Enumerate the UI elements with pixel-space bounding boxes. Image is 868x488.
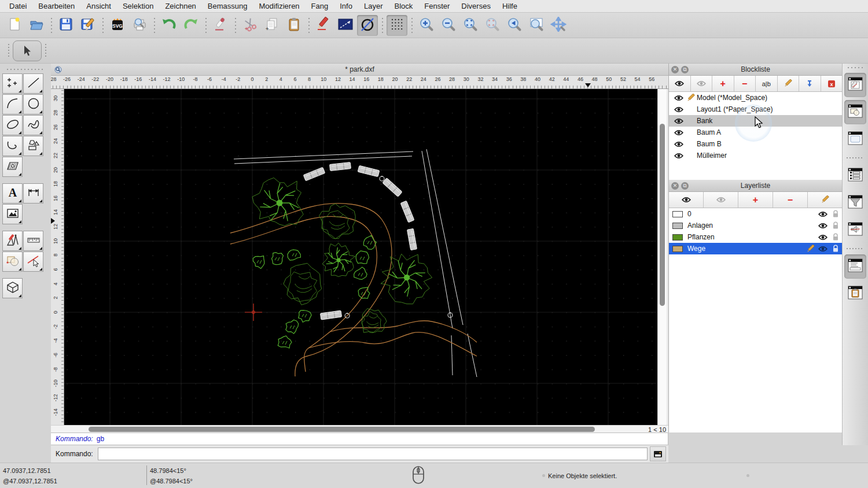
pen-attributes-button[interactable] [313, 15, 334, 36]
undock-icon[interactable]: ⧉ [681, 182, 689, 190]
window-menu-icon[interactable] [54, 66, 62, 73]
edit-block-button[interactable] [778, 76, 800, 91]
layer-color-swatch[interactable] [672, 234, 683, 241]
layer-row-pflanzen[interactable]: Pflanzen [669, 231, 842, 243]
block-row-baum[interactable]: Baum A [669, 127, 842, 138]
close-icon[interactable]: ✕ [671, 66, 679, 73]
zoom-in-button[interactable] [416, 15, 437, 36]
command-toggle-button[interactable] [650, 446, 666, 461]
visibility-eye-icon[interactable] [674, 118, 684, 124]
layer-visibility-icon[interactable] [816, 234, 829, 241]
layer-row-0[interactable]: 0 [669, 208, 842, 220]
image-tool-button[interactable] [2, 204, 23, 224]
line-tool-button[interactable] [23, 73, 43, 94]
remove-block-button[interactable]: − [734, 76, 756, 91]
layer-lock-icon[interactable] [829, 245, 842, 253]
polygon-tool-button[interactable] [23, 136, 43, 156]
block-row-baum[interactable]: Baum B [669, 138, 842, 150]
drawing-window-titlebar[interactable]: * park.dxf [51, 64, 668, 76]
layer-visibility-icon[interactable] [816, 246, 829, 252]
layer-color-swatch[interactable] [672, 223, 683, 229]
menu-item-ansicht[interactable]: Ansicht [80, 0, 117, 13]
layer-color-swatch[interactable] [672, 211, 683, 217]
drawing-tools-tool-button[interactable] [2, 231, 23, 251]
menu-item-datei[interactable]: Datei [3, 0, 32, 13]
zoom-auto-button[interactable] [460, 15, 481, 36]
points-tool-button[interactable] [2, 73, 23, 94]
arc-tool-button[interactable] [2, 94, 23, 114]
spline-tool-button[interactable] [23, 115, 43, 135]
menu-item-diverses[interactable]: Diverses [455, 0, 496, 13]
layer-visibility-icon[interactable] [816, 223, 829, 229]
clipboard-window-dock-button[interactable] [844, 282, 866, 306]
hatch-tool-button[interactable] [2, 157, 23, 177]
visibility-eye-icon[interactable] [674, 95, 684, 101]
zoom-pan-button[interactable] [548, 15, 569, 36]
remove-layer-button[interactable]: − [773, 192, 808, 208]
block-row-mülleimer[interactable]: Mülleimer [669, 150, 842, 161]
filter-window-dock-button[interactable] [844, 191, 866, 215]
blank-window-dock-button[interactable] [844, 127, 866, 151]
draft-mode-button[interactable] [357, 15, 378, 36]
show-layer-button[interactable] [669, 192, 704, 208]
visibility-eye-icon[interactable] [674, 130, 684, 136]
redo-button[interactable] [181, 15, 201, 36]
zoom-out-button[interactable] [438, 15, 459, 36]
iso-box-tool-button[interactable] [2, 278, 23, 298]
menu-item-modifizieren[interactable]: Modifizieren [253, 0, 306, 13]
add-layer-button[interactable]: + [738, 192, 773, 208]
hide-layer-button[interactable] [704, 192, 738, 208]
menu-item-info[interactable]: Info [334, 0, 358, 13]
layer-lock-icon[interactable] [829, 233, 842, 241]
modify-attributes-tool-button[interactable] [23, 252, 43, 272]
visibility-eye-icon[interactable] [674, 106, 684, 113]
vertical-scrollbar-thumb[interactable] [660, 124, 665, 306]
zoom-window-button[interactable] [526, 15, 547, 36]
layer-row-wege[interactable]: Wege [669, 243, 842, 254]
delete-block-button[interactable]: x [821, 76, 843, 91]
horizontal-scrollbar-thumb[interactable] [89, 427, 595, 432]
copy-button[interactable]: + [262, 15, 282, 36]
new-document-button[interactable] [4, 15, 25, 36]
menu-item-bemassung[interactable]: Bemassung [202, 0, 253, 13]
layer-visibility-icon[interactable] [816, 211, 829, 217]
menu-item-selektion[interactable]: Selektion [117, 0, 159, 13]
insert-block-button[interactable] [799, 76, 821, 91]
selection-window-button[interactable] [335, 15, 356, 36]
save-button[interactable] [56, 15, 76, 36]
menu-item-fang[interactable]: Fang [306, 0, 334, 13]
open-file-button[interactable] [26, 15, 47, 36]
layer-lock-icon[interactable] [829, 221, 842, 230]
circle-tool-button[interactable] [23, 94, 43, 114]
block-row-model[interactable]: Model (*Model_Space) [669, 92, 842, 103]
zoom-selection-button[interactable] [482, 15, 503, 36]
layer-row-anlagen[interactable]: Anlagen [669, 220, 842, 231]
rename-block-button[interactable]: a|b [756, 76, 778, 91]
audio-window-dock-button[interactable] [844, 218, 866, 242]
list-window-dock-button[interactable] [844, 164, 866, 188]
block-row-bank[interactable]: Bank [669, 115, 842, 127]
zoom-previous-button[interactable] [504, 15, 525, 36]
grid-toggle-button[interactable] [387, 15, 407, 36]
paste-button[interactable] [284, 15, 304, 36]
command-window-dock-button[interactable] [844, 254, 866, 279]
polyline-tool-button[interactable] [2, 136, 23, 156]
shapes-window-dock-button[interactable] [844, 100, 866, 124]
print-preview-button[interactable] [129, 15, 150, 36]
block-row-layout1[interactable]: Layout1 (*Paper_Space) [669, 103, 842, 115]
pen-window-dock-button[interactable] [844, 73, 866, 97]
selection-pointer-button[interactable] [13, 40, 42, 61]
layer-color-swatch[interactable] [672, 246, 683, 252]
drawing-canvas[interactable] [64, 89, 657, 425]
text-tool-button[interactable]: A [2, 183, 23, 204]
visibility-eye-icon[interactable] [674, 153, 684, 159]
dimension-tool-button[interactable] [23, 183, 43, 204]
edit-layer-button[interactable] [808, 192, 842, 208]
close-icon[interactable]: ✕ [671, 182, 679, 190]
layer-lock-icon[interactable] [829, 210, 842, 218]
menu-item-zeichnen[interactable]: Zeichnen [159, 0, 201, 13]
cut-button[interactable]: + [240, 15, 260, 36]
ellipse-tool-button[interactable] [2, 115, 23, 135]
menu-item-layer[interactable]: Layer [358, 0, 389, 13]
add-block-button[interactable]: + [712, 76, 734, 91]
